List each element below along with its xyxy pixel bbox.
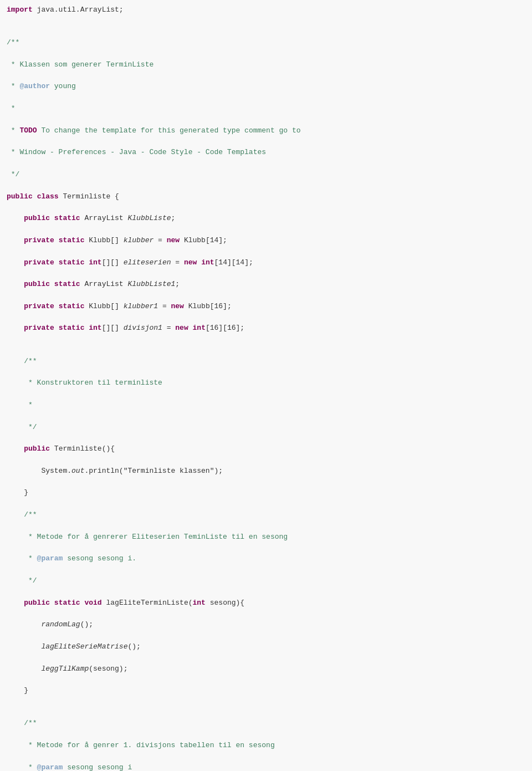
code-token bbox=[54, 324, 59, 332]
code-token: /** bbox=[7, 38, 19, 47]
code-line: } bbox=[7, 685, 525, 696]
code-line: private static int[][] eliteserien = new… bbox=[7, 257, 525, 268]
code-token: import bbox=[7, 6, 33, 14]
code-token bbox=[7, 620, 41, 629]
code-token: Klubb[14]; bbox=[180, 236, 227, 244]
code-token: KlubbListe bbox=[127, 214, 171, 222]
code-line: */ bbox=[7, 169, 525, 180]
code-token: static bbox=[54, 280, 80, 288]
code-line: public Terminliste(){ bbox=[7, 443, 525, 455]
code-token: Klubb[] bbox=[84, 302, 123, 310]
code-token bbox=[7, 324, 24, 332]
code-token: [16][16]; bbox=[206, 324, 244, 332]
code-token: lagEliteSerieMatrise bbox=[41, 642, 127, 651]
code-token: = bbox=[154, 236, 166, 244]
code-token: * Window - Preferences - Java - Code Sty… bbox=[7, 148, 266, 156]
code-token: private bbox=[24, 258, 54, 267]
code-line: * bbox=[7, 103, 525, 114]
code-token: young bbox=[50, 82, 76, 90]
code-token: * bbox=[7, 401, 33, 409]
code-line: * @author young bbox=[7, 81, 525, 92]
code-line: System.out.println("Terminliste klassen"… bbox=[7, 466, 525, 477]
code-line: * @param sesong sesong i. bbox=[7, 553, 525, 564]
code-token: lagEliteTerminListe( bbox=[102, 599, 193, 607]
code-token: Klubb[16]; bbox=[184, 302, 232, 310]
code-token: System. bbox=[7, 467, 71, 475]
code-token: Klubb[] bbox=[84, 236, 123, 244]
code-token: public bbox=[24, 280, 50, 288]
code-token: new bbox=[167, 236, 180, 244]
code-line: */ bbox=[7, 575, 525, 586]
code-token bbox=[50, 280, 54, 288]
code-line: * Klassen som generer TerminListe bbox=[7, 59, 525, 70]
code-token: Terminliste { bbox=[59, 192, 119, 201]
code-line: * Konstruktoren til terminliste bbox=[7, 377, 525, 389]
code-token: leggTilKamp bbox=[41, 665, 89, 673]
code-token: = bbox=[171, 258, 184, 267]
code-editor: import java.util.ArrayList; /** * Klasse… bbox=[0, 0, 532, 771]
code-token bbox=[7, 214, 24, 222]
code-token: (); bbox=[127, 642, 140, 651]
code-token: ArrayList bbox=[80, 214, 128, 222]
code-token: } bbox=[7, 488, 28, 497]
code-line: public static ArrayList KlubbListe1; bbox=[7, 279, 525, 290]
code-token: * bbox=[7, 126, 19, 135]
code-token: class bbox=[37, 192, 59, 201]
code-line: /** bbox=[7, 509, 525, 520]
code-token: * bbox=[7, 554, 37, 563]
code-line: /** bbox=[7, 718, 525, 729]
code-line: /** bbox=[7, 37, 525, 48]
code-token: = bbox=[162, 324, 175, 332]
code-token bbox=[7, 302, 24, 310]
code-token: divisjon1 bbox=[124, 324, 162, 332]
code-token: int bbox=[201, 258, 214, 267]
code-token: static bbox=[59, 324, 85, 332]
code-token: [][] bbox=[102, 258, 124, 267]
code-token: private bbox=[24, 236, 54, 244]
code-token bbox=[50, 599, 54, 607]
code-line: /** bbox=[7, 356, 525, 367]
code-token: int bbox=[89, 258, 101, 267]
code-token: [14][14]; bbox=[214, 258, 253, 267]
code-token bbox=[7, 665, 41, 673]
code-token: void bbox=[84, 599, 101, 607]
code-token: TODO bbox=[19, 126, 37, 135]
code-token: ; bbox=[171, 214, 176, 222]
code-token: private bbox=[24, 324, 54, 332]
code-line: } bbox=[7, 487, 525, 498]
code-token: new bbox=[184, 258, 197, 267]
code-token: * Metode for å genrerer Eliteserien Temi… bbox=[7, 533, 288, 541]
code-line: public static void lagEliteTerminListe(i… bbox=[7, 598, 525, 609]
code-token bbox=[50, 214, 54, 222]
code-line: import java.util.ArrayList; bbox=[7, 4, 525, 16]
code-token: * bbox=[7, 82, 19, 90]
code-line: lagEliteSerieMatrise(); bbox=[7, 641, 525, 652]
code-token: */ bbox=[7, 423, 37, 431]
code-token bbox=[54, 302, 59, 310]
code-token bbox=[7, 236, 24, 244]
code-token bbox=[54, 258, 59, 267]
code-token: klubber bbox=[124, 236, 154, 244]
code-token: sesong sesong i bbox=[63, 763, 132, 771]
code-line: * Metode for å genrer 1. divisjons tabel… bbox=[7, 740, 525, 751]
code-token: new bbox=[175, 324, 188, 332]
code-line: * Metode for å genrerer Eliteserien Temi… bbox=[7, 532, 525, 543]
code-token: [][] bbox=[102, 324, 124, 332]
code-token: /** bbox=[7, 719, 37, 727]
code-token bbox=[7, 445, 24, 453]
code-token: sesong){ bbox=[206, 599, 244, 607]
code-line: leggTilKamp(sesong); bbox=[7, 663, 525, 675]
code-token: /** bbox=[7, 357, 37, 365]
code-line: randomLag(); bbox=[7, 619, 525, 630]
code-token bbox=[7, 599, 24, 607]
code-token: To change the template for this generate… bbox=[37, 126, 301, 135]
code-token: java.util.ArrayList; bbox=[33, 6, 124, 14]
code-token: = bbox=[158, 302, 171, 310]
code-token: sesong sesong i. bbox=[63, 554, 136, 563]
code-line: private static Klubb[] klubber1 = new Kl… bbox=[7, 301, 525, 312]
code-token: static bbox=[54, 214, 80, 222]
code-token: (sesong); bbox=[89, 665, 127, 673]
code-token: public bbox=[24, 445, 50, 453]
code-token: * bbox=[7, 763, 37, 771]
code-token bbox=[54, 236, 59, 244]
